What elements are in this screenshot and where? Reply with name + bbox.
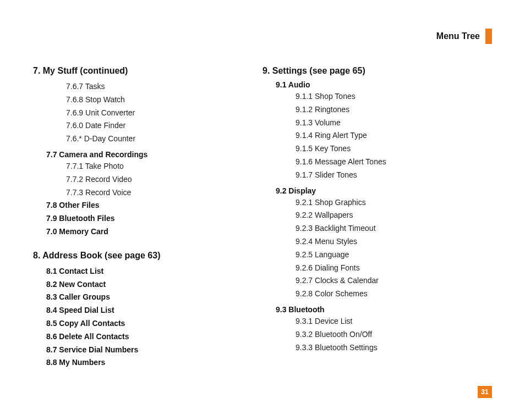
section-heading: 9. Settings (see page 65) — [262, 66, 475, 76]
sub-heading: 9.2 Display — [262, 186, 475, 195]
section-address-book: 8. Address Book (see page 63) 8.1 Contac… — [33, 251, 246, 369]
list-item-bold: 7.0 Memory Card — [33, 225, 246, 239]
list-item: 9.1.4 Ring Alert Type — [262, 129, 475, 142]
list-item: 7.6.0 Date Finder — [33, 119, 246, 132]
list-item: 9.2.3 Backlight Timeout — [262, 222, 475, 235]
header-accent-bar — [485, 29, 492, 44]
list-item: 9.3.1 Device List — [262, 315, 475, 328]
list-item: 9.2.1 Shop Graphics — [262, 196, 475, 209]
list-item: 7.6.9 Unit Converter — [33, 107, 246, 120]
sub-heading: 9.1 Audio — [262, 80, 475, 89]
list-item: 9.1.1 Shop Tones — [262, 90, 475, 103]
list-item: 9.1.6 Message Alert Tones — [262, 156, 475, 169]
page: Menu Tree 7. My Stuff (continued) 7.6.7 … — [0, 0, 525, 420]
list-item-bold: 7.8 Other Files — [33, 199, 246, 212]
list-item: 7.7.3 Record Voice — [33, 186, 246, 200]
list-item: 9.2.4 Menu Styles — [262, 235, 475, 248]
right-column: 9. Settings (see page 65) 9.1 Audio 9.1.… — [262, 66, 492, 382]
page-number-badge: 31 — [478, 386, 492, 398]
list-item-bold: 8.5 Copy All Contacts — [33, 317, 246, 330]
section-heading: 7. My Stuff (continued) — [33, 66, 246, 76]
list-item: 9.1.5 Key Tones — [262, 142, 475, 156]
sub-heading: 7.7 Camera and Recordings — [33, 150, 246, 159]
list-item-bold: 8.3 Caller Groups — [33, 291, 246, 304]
list-item: 9.2.5 Language — [262, 248, 475, 262]
list-item-bold: 8.6 Delete All Contacts — [33, 330, 246, 344]
sub-heading: 9.3 Bluetooth — [262, 305, 475, 314]
list-item: 9.3.2 Bluetooth On/Off — [262, 328, 475, 341]
list-item-bold: 8.1 Contact List — [33, 265, 246, 278]
section-my-stuff: 7. My Stuff (continued) 7.6.7 Tasks 7.6.… — [33, 66, 246, 239]
list-item: 9.2.6 Dialing Fonts — [262, 262, 475, 275]
list-item: 9.1.2 Ringtones — [262, 103, 475, 117]
list-item-bold: 8.2 New Contact — [33, 278, 246, 291]
list-item: 9.2.8 Color Schemes — [262, 288, 475, 301]
list-item: 7.7.1 Take Photo — [33, 160, 246, 173]
list-item-bold: 7.9 Bluetooth Files — [33, 212, 246, 225]
content-columns: 7. My Stuff (continued) 7.6.7 Tasks 7.6.… — [33, 66, 492, 382]
list-item: 9.1.3 Volume — [262, 117, 475, 130]
section-settings: 9. Settings (see page 65) 9.1 Audio 9.1.… — [262, 66, 475, 354]
list-item: 7.6.7 Tasks — [33, 80, 246, 93]
page-header: Menu Tree — [436, 29, 492, 44]
list-item-bold: 8.7 Service Dial Numbers — [33, 344, 246, 357]
list-item: 7.6.* D-Day Counter — [33, 132, 246, 146]
list-item: 7.6.8 Stop Watch — [33, 93, 246, 107]
list-item: 9.2.7 Clocks & Calendar — [262, 274, 475, 288]
section-heading: 8. Address Book (see page 63) — [33, 251, 246, 261]
header-title: Menu Tree — [436, 31, 480, 41]
list-item: 9.1.7 Slider Tones — [262, 169, 475, 182]
list-item-bold: 8.8 My Numbers — [33, 356, 246, 369]
list-item: 9.2.2 Wallpapers — [262, 209, 475, 222]
list-item: 9.3.3 Bluetooth Settings — [262, 341, 475, 355]
page-number: 31 — [481, 388, 488, 396]
left-column: 7. My Stuff (continued) 7.6.7 Tasks 7.6.… — [33, 66, 262, 382]
list-item: 7.7.2 Record Video — [33, 173, 246, 186]
list-item-bold: 8.4 Speed Dial List — [33, 304, 246, 317]
